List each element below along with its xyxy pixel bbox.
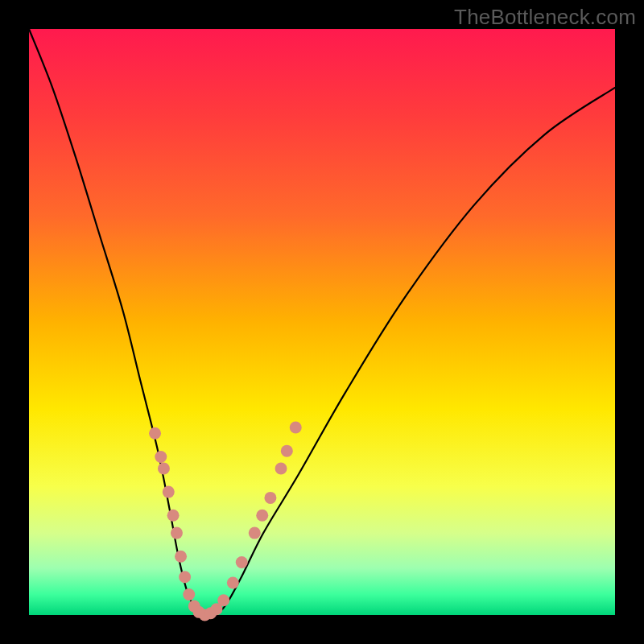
- marker-dot: [163, 486, 175, 498]
- marker-dot: [179, 571, 191, 583]
- bottleneck-chart: [0, 0, 644, 644]
- gradient-background: [29, 29, 615, 615]
- marker-dot: [155, 451, 167, 463]
- marker-dot: [167, 510, 180, 522]
- marker-dot: [227, 576, 239, 588]
- marker-dot: [149, 427, 161, 440]
- marker-dot: [171, 527, 183, 539]
- marker-dot: [158, 463, 170, 475]
- marker-dot: [175, 551, 187, 563]
- marker-dot: [290, 422, 302, 434]
- marker-dot: [236, 556, 248, 568]
- marker-dot: [256, 510, 268, 522]
- watermark-text: TheBottleneck.com: [454, 5, 636, 30]
- marker-dot: [249, 527, 261, 539]
- marker-dot: [281, 445, 293, 457]
- marker-dot: [275, 463, 287, 475]
- marker-dot: [217, 594, 229, 606]
- marker-dot: [264, 492, 276, 504]
- marker-dot: [183, 588, 195, 601]
- chart-stage: TheBottleneck.com: [0, 0, 644, 644]
